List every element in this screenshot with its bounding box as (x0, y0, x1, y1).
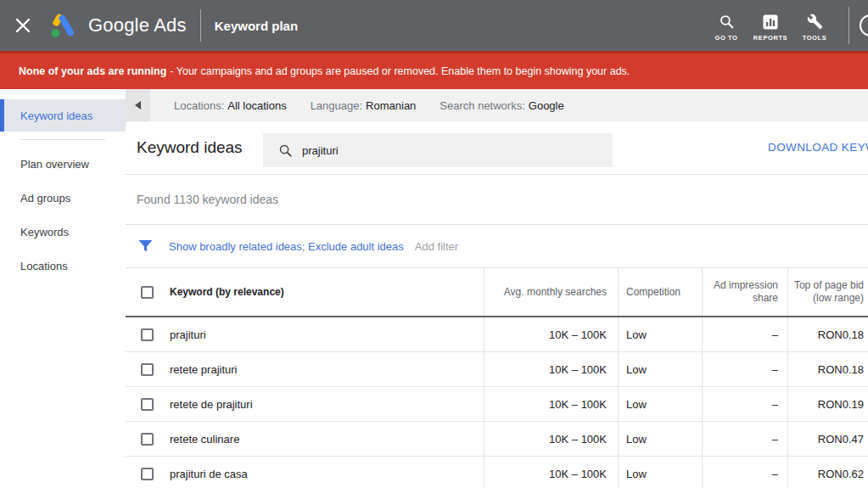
setting-value: Romanian (366, 99, 416, 112)
keyword-cell: retete de prajituri (170, 398, 253, 411)
header-label: Competition (626, 286, 680, 298)
table-row: prajituri 10K – 100K Low – RON0.18 (126, 317, 868, 352)
plan-sidebar: Keyword ideas Plan overview Ad groups Ke… (0, 89, 126, 488)
sidebar-item-label: Keywords (20, 226, 69, 238)
row-checkbox[interactable] (141, 398, 154, 411)
alert-bold-text: None of your ads are running (19, 65, 166, 77)
competition-cell: Low (618, 352, 702, 386)
searches-cell: 10K – 100K (484, 422, 618, 456)
sidebar-item-locations[interactable]: Locations (0, 249, 126, 283)
sidebar-item-label: Ad groups (20, 192, 70, 205)
filter-funnel-icon (138, 239, 153, 253)
sidebar-item-label: Plan overview (20, 158, 89, 171)
download-keywords-link[interactable]: DOWNLOAD KEYW (768, 121, 868, 174)
header-avg-monthly-searches[interactable]: Avg. monthly searches (484, 268, 618, 316)
brand-name: Google Ads (88, 14, 187, 36)
sidebar-divider (20, 139, 105, 140)
chevron-left-icon (135, 101, 141, 109)
table-header-row: Keyword (by relevance) Avg. monthly sear… (126, 268, 868, 317)
tools-label: TOOLS (803, 34, 827, 42)
filter-bar: Show broadly related ideas; Exclude adul… (126, 225, 868, 268)
competition-cell: Low (618, 387, 702, 421)
top-bid-cell: RON0.18 (787, 352, 868, 386)
header-keyword: Keyword (by relevance) (126, 268, 484, 316)
topbar-divider (200, 9, 201, 42)
setting-label: Search networks: (440, 99, 524, 112)
top-bid-cell: RON0.18 (787, 317, 868, 351)
goto-label: GO TO (714, 34, 737, 42)
searches-cell: 10K – 100K (484, 352, 618, 386)
setting-value: Google (529, 99, 564, 112)
searches-cell: 10K – 100K (484, 387, 618, 421)
header-label: Top of page bid (low range) (788, 279, 864, 305)
keyword-search-input[interactable] (302, 144, 582, 157)
header-label: Keyword (by relevance) (170, 286, 284, 298)
search-icon (719, 13, 735, 30)
active-filters-link[interactable]: Show broadly related ideas; Exclude adul… (169, 240, 404, 253)
sidebar-item-label: Locations (20, 260, 68, 272)
goto-button[interactable]: GO TO (704, 9, 748, 42)
sidebar-item-label: Keyword ideas (20, 109, 92, 122)
header-label: Ad impression share (703, 279, 778, 305)
table-row: retete prajituri 10K – 100K Low – RON0.1… (126, 352, 868, 387)
sidebar-item-keywords[interactable]: Keywords (0, 215, 126, 249)
impression-share-cell: – (702, 422, 787, 456)
row-checkbox[interactable] (141, 328, 154, 341)
collapse-panel-button[interactable] (126, 89, 150, 121)
topbar-actions: GO TO REPORTS TOOLS (704, 7, 868, 44)
table-row: prajituri de casa 10K – 100K Low – RON0.… (126, 457, 868, 488)
topbar-divider (848, 7, 849, 44)
searches-cell: 10K – 100K (484, 457, 618, 488)
row-checkbox[interactable] (141, 468, 154, 480)
header-top-of-page-bid[interactable]: Top of page bid (low range) (787, 268, 868, 316)
setting-language[interactable]: Language:Romanian (311, 99, 417, 112)
reports-label: REPORTS (753, 34, 787, 42)
top-bid-cell: RON0.19 (787, 387, 868, 421)
setting-locations[interactable]: Locations:All locations (174, 99, 287, 112)
header-competition[interactable]: Competition (618, 268, 702, 316)
page-title: Keyword plan (215, 19, 298, 33)
select-all-checkbox[interactable] (141, 286, 154, 299)
add-filter-button[interactable]: Add filter (415, 240, 458, 253)
sidebar-item-keyword-ideas[interactable]: Keyword ideas (0, 99, 126, 132)
setting-value: All locations (227, 99, 286, 112)
results-count-text: Found 1130 keyword ideas (137, 193, 278, 206)
tools-button[interactable]: TOOLS (792, 9, 837, 42)
keyword-cell: retete culinare (170, 433, 239, 446)
competition-cell: Low (618, 457, 702, 488)
close-icon[interactable] (14, 16, 32, 35)
sidebar-item-ad-groups[interactable]: Ad groups (0, 181, 126, 215)
setting-label: Language: (311, 99, 362, 112)
row-checkbox[interactable] (141, 433, 154, 446)
bar-chart-icon (763, 13, 778, 30)
keyword-ideas-panel: Keyword ideas DOWNLOAD KEYW Found 1130 k… (126, 121, 868, 488)
header-label: Avg. monthly searches (504, 286, 607, 298)
top-app-bar: Google Ads Keyword plan GO TO REPORTS TO… (0, 0, 868, 51)
google-ads-logo-icon (49, 13, 78, 38)
top-bid-cell: RON0.62 (787, 457, 868, 488)
impression-share-cell: – (702, 457, 787, 488)
sidebar-item-plan-overview[interactable]: Plan overview (0, 147, 126, 181)
keyword-search-box[interactable] (263, 133, 613, 167)
header-ad-impression-share[interactable]: Ad impression share (702, 268, 787, 316)
search-icon (278, 143, 293, 158)
reports-button[interactable]: REPORTS (748, 9, 792, 42)
keyword-cell: prajituri (170, 328, 206, 341)
section-heading: Keyword ideas (137, 121, 243, 174)
competition-cell: Low (618, 317, 702, 351)
keyword-cell: retete prajituri (170, 363, 237, 376)
impression-share-cell: – (702, 317, 787, 351)
account-circle-icon[interactable] (860, 14, 868, 36)
table-row: retete culinare 10K – 100K Low – RON0.47 (126, 422, 868, 457)
alert-body-text: - Your campaigns and ad groups are pause… (170, 65, 630, 77)
competition-cell: Low (618, 422, 702, 456)
setting-label: Locations: (174, 99, 224, 112)
panel-header: Keyword ideas DOWNLOAD KEYW (126, 121, 868, 175)
setting-search-networks[interactable]: Search networks:Google (440, 99, 563, 112)
results-count-row: Found 1130 keyword ideas (126, 175, 868, 225)
impression-share-cell: – (702, 387, 787, 421)
ads-not-running-alert: None of your ads are running - Your camp… (0, 51, 868, 89)
row-checkbox[interactable] (141, 363, 154, 376)
keyword-cell: prajituri de casa (170, 468, 248, 480)
table-row: retete de prajituri 10K – 100K Low – RON… (126, 387, 868, 422)
